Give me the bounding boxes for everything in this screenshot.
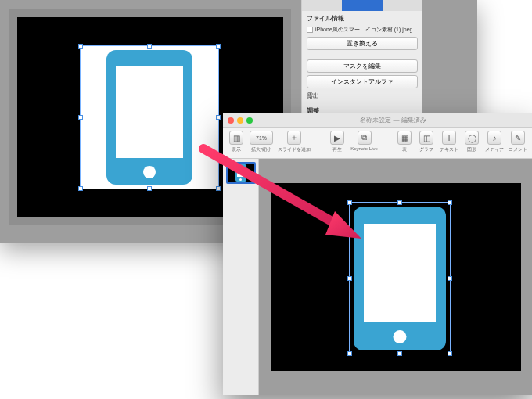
tool-text[interactable]: Tテキスト xyxy=(440,131,458,153)
tool-shape[interactable]: ◯図形 xyxy=(463,131,480,153)
instant-alpha-button[interactable]: インスタントアルファ xyxy=(307,75,418,88)
image-selection-front[interactable] xyxy=(349,202,451,354)
titlebar[interactable]: 名称未設定 — 編集済み xyxy=(223,113,532,128)
exposure-label: 露出 xyxy=(307,92,319,100)
slide-canvas-front[interactable] xyxy=(271,183,521,371)
keynote-window-front: 名称未設定 — 編集済み ▥表示 71%拡大/縮小 ＋スライドを追加 ▶再生 ⧉… xyxy=(223,113,532,395)
tool-play[interactable]: ▶再生 xyxy=(329,131,346,153)
slide-navigator[interactable] xyxy=(223,159,259,395)
inspector-tab-image[interactable] xyxy=(342,0,382,11)
tool-view[interactable]: ▥表示 xyxy=(228,131,245,153)
stage[interactable] xyxy=(259,159,532,395)
file-thumb-icon xyxy=(307,27,313,33)
toolbar: ▥表示 71%拡大/縮小 ＋スライドを追加 ▶再生 ⧉Keynote Live … xyxy=(223,128,532,159)
phone-icon-front xyxy=(354,207,446,350)
tool-zoom[interactable]: 71%拡大/縮小 xyxy=(250,131,273,153)
edit-mask-button[interactable]: マスクを編集 xyxy=(307,59,418,73)
zoom-icon[interactable] xyxy=(246,117,253,124)
minimize-icon[interactable] xyxy=(237,117,243,124)
tool-add-slide[interactable]: ＋スライドを追加 xyxy=(278,131,311,153)
tool-table[interactable]: ▦表 xyxy=(396,131,413,153)
phone-icon xyxy=(106,50,192,185)
slide-thumbnail[interactable] xyxy=(226,162,256,184)
tool-keynote-live[interactable]: ⧉Keynote Live xyxy=(350,131,378,151)
inspector-heading: ファイル情報 xyxy=(307,14,418,23)
tool-comment[interactable]: ✎コメント xyxy=(509,131,527,153)
tool-chart[interactable]: ◫グラフ xyxy=(418,131,435,153)
window-title: 名称未設定 — 編集済み xyxy=(259,116,527,124)
tool-media[interactable]: ♪メディア xyxy=(485,131,504,153)
window-controls[interactable] xyxy=(228,117,253,124)
image-selection[interactable] xyxy=(80,45,219,189)
close-icon[interactable] xyxy=(228,117,234,124)
inspector-tabs[interactable] xyxy=(302,0,422,11)
replace-button[interactable]: 置き換える xyxy=(307,37,418,50)
filename-text: iPhone風のスマー…イコン素材 (1).jpeg xyxy=(315,26,412,34)
filename-row: iPhone風のスマー…イコン素材 (1).jpeg xyxy=(307,26,418,34)
